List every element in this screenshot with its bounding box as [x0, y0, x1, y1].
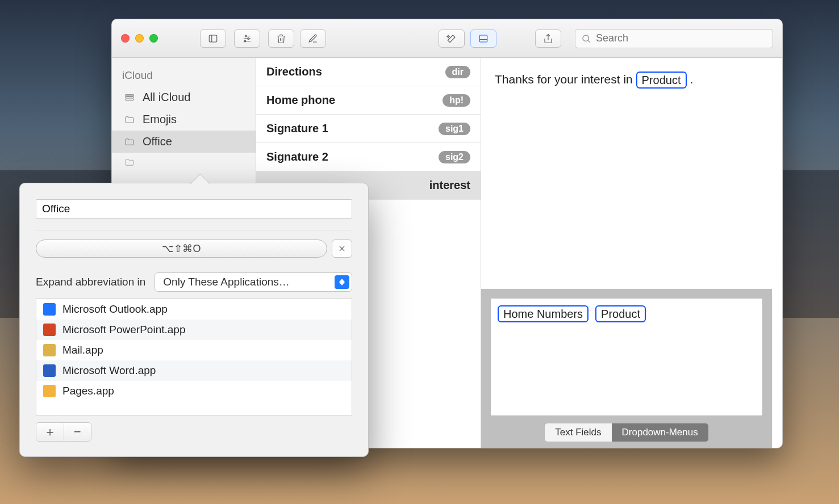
content-pane: Thanks for your interest in Product . Ho…: [481, 58, 782, 448]
sliders-icon: [242, 33, 252, 44]
token-home-numbers[interactable]: Home Numbers: [498, 305, 588, 322]
add-remove-controls: ＋ −: [36, 422, 91, 442]
search-field-wrap[interactable]: [575, 29, 773, 48]
field-type-segmented: Text Fields Dropdown-Menus: [544, 423, 708, 442]
app-row[interactable]: Mail.app: [36, 340, 352, 360]
sidebar-item-label: Office: [143, 135, 172, 148]
svg-rect-8: [479, 35, 487, 42]
sidebar-item-label: All iCloud: [143, 91, 190, 104]
fields-panel-button[interactable]: [470, 30, 496, 48]
app-name: Microsoft Word.app: [62, 364, 156, 377]
divider: [36, 230, 352, 230]
sidebar-item-all-icloud[interactable]: All iCloud: [112, 86, 256, 108]
select-value: Only These Applications…: [163, 276, 290, 288]
stack-icon: [123, 93, 136, 103]
sidebar-icon: [208, 33, 218, 44]
magic-button[interactable]: [439, 30, 465, 48]
segment-dropdown-menus[interactable]: Dropdown-Menus: [612, 423, 708, 442]
fields-tray: Home Numbers Product Text Fields Dropdow…: [481, 289, 772, 448]
expansion-scope-select[interactable]: Only These Applications…: [155, 272, 352, 292]
keyboard-shortcut-field[interactable]: ⌥⇧⌘O: [36, 240, 327, 258]
snippet-name: Directions: [266, 65, 322, 78]
snippet-name: Signature 1: [266, 122, 328, 135]
zoom-window-button[interactable]: [149, 34, 158, 43]
snippet-abbrev: sig2: [439, 151, 470, 163]
sidebar-item-more[interactable]: [112, 153, 256, 172]
expansion-text-suffix: .: [690, 73, 693, 86]
snippet-row[interactable]: Home phone hp!: [256, 86, 481, 115]
sidebar-item-office[interactable]: Office: [112, 131, 256, 153]
app-name: Pages.app: [62, 385, 114, 397]
svg-rect-13: [126, 94, 133, 95]
share-icon: [543, 33, 553, 44]
group-name-input[interactable]: [36, 199, 352, 219]
app-icon: [43, 364, 56, 377]
folder-icon: [123, 157, 136, 167]
share-button[interactable]: [535, 30, 561, 48]
folder-icon: [123, 137, 136, 147]
clear-shortcut-button[interactable]: [332, 240, 352, 258]
close-window-button[interactable]: [121, 34, 130, 43]
snippet-abbrev: hp!: [443, 94, 470, 107]
placeholder-token-product[interactable]: Product: [636, 72, 687, 89]
svg-rect-14: [126, 96, 133, 98]
svg-rect-15: [126, 99, 133, 100]
app-row[interactable]: Pages.app: [36, 381, 352, 401]
expansion-text: Thanks for your interest in: [495, 73, 636, 86]
chevron-updown-icon: [335, 275, 349, 289]
app-name: Microsoft Outlook.app: [62, 303, 168, 316]
svg-point-11: [583, 35, 589, 41]
sidebar-group-title: iCloud: [112, 67, 256, 86]
tokens-box: Home Numbers Product: [490, 298, 763, 416]
app-row[interactable]: Microsoft Word.app: [36, 360, 352, 381]
snippet-abbrev: sig1: [439, 123, 470, 135]
app-icon: [43, 303, 56, 316]
compose-button[interactable]: [300, 30, 326, 48]
app-row[interactable]: Microsoft Outlook.app: [36, 299, 352, 320]
minimize-window-button[interactable]: [135, 34, 144, 43]
add-app-button[interactable]: ＋: [36, 423, 64, 441]
app-icon: [43, 324, 56, 336]
snippet-name: Signature 2: [266, 150, 328, 163]
group-settings-popover: ⌥⇧⌘O Expand abbreviation in Only These A…: [19, 183, 369, 457]
expansion-editor[interactable]: Thanks for your interest in Product .: [481, 58, 782, 89]
trash-icon: [276, 33, 286, 44]
app-name: Microsoft PowerPoint.app: [62, 324, 186, 336]
delete-button[interactable]: [268, 30, 294, 48]
snippet-row[interactable]: Signature 2 sig2: [256, 143, 481, 171]
wand-icon: [446, 33, 457, 44]
settings-button[interactable]: [234, 30, 260, 48]
snippet-abbrev: dir: [445, 66, 470, 78]
snippet-name-partial: interest: [429, 179, 470, 192]
sidebar-item-emojis[interactable]: Emojis: [112, 108, 256, 131]
svg-rect-0: [209, 35, 217, 42]
remove-app-button[interactable]: −: [64, 423, 91, 441]
keyboard-shortcut-value: ⌥⇧⌘O: [162, 242, 201, 255]
application-list: Microsoft Outlook.app Microsoft PowerPoi…: [36, 299, 352, 415]
segment-text-fields[interactable]: Text Fields: [545, 423, 611, 442]
snippet-row[interactable]: Signature 1 sig1: [256, 115, 481, 143]
svg-marker-19: [339, 282, 345, 285]
toggle-sidebar-button[interactable]: [200, 30, 226, 48]
search-icon: [581, 33, 591, 44]
search-input[interactable]: [596, 32, 767, 44]
app-row[interactable]: Microsoft PowerPoint.app: [36, 320, 352, 340]
close-icon: [338, 245, 346, 253]
app-icon: [43, 385, 56, 397]
window-controls: [121, 34, 158, 43]
snippet-row[interactable]: Directions dir: [256, 58, 481, 86]
titlebar: [112, 19, 782, 58]
expand-in-label: Expand abbreviation in: [36, 276, 145, 288]
token-product[interactable]: Product: [595, 305, 646, 322]
compose-icon: [308, 33, 318, 44]
panel-icon: [478, 33, 489, 44]
svg-line-12: [588, 40, 590, 42]
snippet-name: Home phone: [266, 94, 335, 107]
sidebar-item-label: Emojis: [143, 113, 177, 126]
app-name: Mail.app: [62, 344, 103, 356]
folder-icon: [123, 115, 136, 125]
app-icon: [43, 344, 56, 356]
